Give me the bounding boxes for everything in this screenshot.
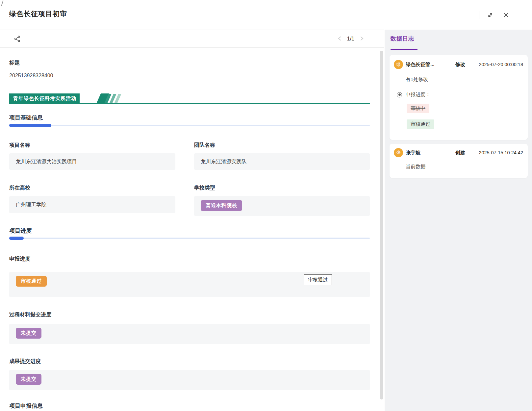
progress-fill bbox=[9, 124, 51, 127]
share-icon bbox=[14, 39, 21, 43]
log-timestamp: 2025-07-15 10:24:42 bbox=[479, 150, 523, 155]
material-progress-badge: 未提交 bbox=[16, 328, 41, 339]
share-button[interactable] bbox=[13, 35, 22, 43]
chevron-left-icon bbox=[338, 36, 342, 42]
log-old-value-badge: 审核中 bbox=[407, 104, 429, 113]
section-project-progress: 项目进度 bbox=[9, 227, 32, 235]
tab-data-log[interactable]: 数据日志 bbox=[391, 35, 414, 42]
section-apply-info: 项目申报信息 bbox=[9, 402, 43, 410]
field-result-progress: 未提交 bbox=[9, 370, 370, 390]
main-panel: 1/1 标题 202513928328400 青年绿色长征科考实践活动 项目基础… bbox=[0, 30, 384, 411]
pager-text: 1/1 bbox=[347, 36, 354, 42]
log-entry: 张 张宇航 创建 2025-07-15 10:24:42 当前数据 bbox=[390, 144, 528, 178]
window-corner-artifact bbox=[0, 0, 4, 6]
activity-banner-title: 青年绿色长征科考实践活动 bbox=[9, 93, 80, 103]
header-divider bbox=[479, 11, 479, 19]
log-summary: 有1处修改 bbox=[406, 76, 428, 83]
field-project-name: 龙川东江清源共治实践项目 bbox=[9, 153, 175, 170]
log-action: 修改 bbox=[455, 62, 465, 68]
avatar: 张 bbox=[394, 148, 403, 157]
log-action: 创建 bbox=[455, 150, 465, 156]
activity-banner: 青年绿色长征科考实践活动 bbox=[9, 93, 370, 104]
log-new-value-badge: 审核通过 bbox=[407, 119, 434, 129]
field-university: 广州理工学院 bbox=[9, 196, 175, 213]
section-progress-bar bbox=[9, 237, 370, 240]
field-label-material-progress: 过程材料提交进度 bbox=[9, 311, 51, 318]
banner-underline bbox=[9, 103, 370, 104]
field-label-apply-progress: 申报进度 bbox=[9, 256, 30, 263]
log-entry: 绿 绿色长征管... 修改 2025-07-20 00:00:18 有1处修改 … bbox=[390, 55, 528, 140]
field-label-university: 所在高校 bbox=[9, 185, 30, 192]
expand-icon bbox=[487, 12, 495, 19]
modal-header: 绿色长征项目初审 bbox=[0, 0, 532, 30]
toolbar: 1/1 bbox=[0, 30, 384, 48]
radio-icon bbox=[397, 92, 402, 97]
progress-fill bbox=[9, 237, 24, 240]
pager: 1/1 bbox=[337, 35, 365, 43]
doc-title-value: 202513928328400 bbox=[9, 73, 53, 79]
field-material-progress: 未提交 bbox=[9, 324, 370, 344]
log-changed-field: 申报进度： bbox=[397, 91, 430, 98]
section-progress-bar bbox=[9, 124, 370, 127]
field-value: 广州理工学院 bbox=[16, 201, 46, 208]
apply-progress-badge: 审核通过 bbox=[16, 276, 47, 287]
field-team-name: 龙川东江清源实践队 bbox=[194, 153, 370, 170]
field-label-project-name: 项目名称 bbox=[9, 142, 30, 149]
field-school-type: 普通本科院校 bbox=[194, 196, 370, 216]
pager-next-button[interactable] bbox=[359, 35, 365, 43]
field-value: 龙川东江清源实践队 bbox=[201, 158, 247, 165]
data-log-sidebar: 数据日志 绿 绿色长征管... 修改 2025-07-20 00:00:18 有… bbox=[385, 30, 532, 411]
result-progress-badge: 未提交 bbox=[16, 374, 41, 385]
close-icon bbox=[502, 12, 511, 19]
log-field-label: 申报进度： bbox=[406, 91, 430, 98]
school-type-badge: 普通本科院校 bbox=[201, 200, 242, 211]
review-modal: 绿色长征项目初审 bbox=[0, 0, 532, 411]
progress-track bbox=[9, 238, 370, 239]
field-apply-progress: 审核通过 审核通过 bbox=[9, 272, 370, 297]
avatar: 绿 bbox=[394, 60, 403, 69]
section-basic-info: 项目基础信息 bbox=[9, 114, 43, 121]
progress-track bbox=[9, 125, 370, 126]
cursor-tooltip: 审核通过 bbox=[304, 274, 332, 285]
tab-active-underline bbox=[391, 49, 418, 50]
log-user-name: 绿色长征管... bbox=[406, 62, 435, 68]
pager-prev-button[interactable] bbox=[337, 35, 342, 43]
log-timestamp: 2025-07-20 00:00:18 bbox=[479, 62, 523, 67]
close-button[interactable] bbox=[502, 11, 511, 19]
chevron-right-icon bbox=[360, 36, 364, 42]
vertical-scrollbar-thumb[interactable] bbox=[380, 51, 383, 399]
log-summary: 当前数据 bbox=[406, 164, 425, 170]
field-label-school-type: 学校类型 bbox=[194, 185, 215, 192]
field-value: 龙川东江清源共治实践项目 bbox=[16, 158, 77, 165]
field-label-result-progress: 成果提交进度 bbox=[9, 358, 41, 365]
field-label-team-name: 团队名称 bbox=[194, 142, 215, 149]
log-user-name: 张宇航 bbox=[406, 150, 420, 156]
expand-button[interactable] bbox=[487, 11, 495, 19]
doc-title-label: 标题 bbox=[9, 60, 20, 66]
page-title: 绿色长征项目初审 bbox=[9, 9, 67, 18]
